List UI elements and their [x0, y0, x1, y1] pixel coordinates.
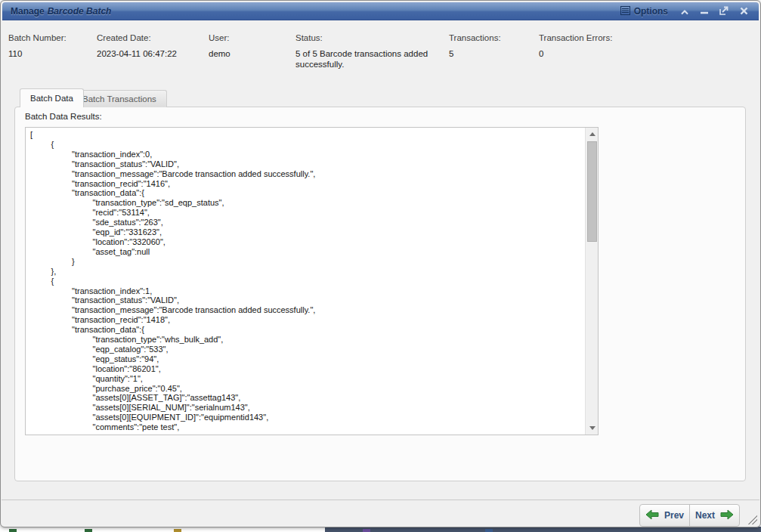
- field-value: 0: [539, 48, 612, 59]
- options-button[interactable]: Options: [616, 3, 673, 20]
- field-value: 110: [8, 48, 67, 59]
- prev-label: Prev: [664, 510, 684, 521]
- window-title-emphasis: Barcode Batch: [48, 6, 112, 17]
- background-fleck: [85, 529, 92, 532]
- field-value: 5 of 5 Barcode transactions added succes…: [295, 48, 439, 70]
- batch-data-results-textarea[interactable]: [ { "transaction_index":0, "transaction_…: [25, 127, 599, 435]
- field-user: User: demo: [209, 33, 230, 59]
- triangle-up-icon: [589, 132, 595, 136]
- field-batch-number: Batch Number: 110: [8, 33, 67, 59]
- background-fleck: [363, 529, 370, 532]
- field-label: Status:: [295, 33, 439, 42]
- field-created-date: Created Date: 2023-04-11 06:47:22: [97, 33, 177, 59]
- field-transactions: Transactions: 5: [449, 33, 501, 59]
- batch-data-json-text: [ { "transaction_index":0, "transaction_…: [26, 128, 585, 435]
- scrollbar-thumb[interactable]: [587, 141, 597, 242]
- background-dark-band: [325, 527, 761, 532]
- popout-button[interactable]: [716, 5, 732, 18]
- titlebar[interactable]: ManageBarcode Batch Options: [2, 2, 759, 20]
- triangle-down-icon: [589, 426, 595, 430]
- menu-grid-icon: [620, 5, 630, 18]
- field-label: Transaction Errors:: [539, 33, 612, 42]
- minus-icon: [700, 5, 709, 18]
- green-arrow-left-icon: [645, 509, 659, 522]
- scroll-down-button[interactable]: [586, 422, 599, 435]
- expand-icon: [719, 5, 729, 18]
- options-label: Options: [634, 6, 668, 17]
- scroll-up-button[interactable]: [586, 128, 599, 141]
- green-arrow-right-icon: [720, 509, 734, 522]
- resize-grip[interactable]: [748, 515, 757, 524]
- minimize-button[interactable]: [697, 5, 712, 18]
- field-transaction-errors: Transaction Errors: 0: [539, 33, 612, 59]
- background-fleck: [174, 529, 181, 532]
- next-button[interactable]: Next: [689, 505, 739, 526]
- field-label: Created Date:: [97, 33, 177, 42]
- window-title: ManageBarcode Batch: [11, 6, 111, 17]
- batch-data-results-label: Batch Data Results:: [25, 112, 102, 121]
- field-label: Transactions:: [449, 33, 501, 42]
- field-value: demo: [209, 48, 230, 59]
- chevron-up-icon: [680, 5, 689, 18]
- footer-divider: [2, 500, 759, 500]
- close-icon: [740, 5, 748, 18]
- background-fleck: [485, 529, 493, 532]
- vertical-scrollbar[interactable]: [585, 128, 598, 435]
- next-label: Next: [695, 510, 715, 521]
- background-fleck: [9, 529, 17, 532]
- tab-batch-data[interactable]: Batch Data: [20, 88, 84, 107]
- field-label: User:: [209, 33, 230, 42]
- manage-barcode-batch-window: ManageBarcode Batch Options: [0, 0, 761, 527]
- field-status: Status: 5 of 5 Barcode transactions adde…: [295, 33, 439, 70]
- field-value: 5: [449, 48, 501, 59]
- field-label: Batch Number:: [8, 33, 67, 42]
- pager-button-group: Prev Next: [639, 504, 740, 527]
- tab-batch-transactions[interactable]: Batch Transactions: [72, 90, 167, 107]
- field-value: 2023-04-11 06:47:22: [97, 48, 177, 59]
- close-button[interactable]: [736, 5, 751, 18]
- collapse-button[interactable]: [677, 5, 692, 18]
- prev-button[interactable]: Prev: [640, 505, 689, 526]
- batch-summary-header: Batch Number: 110 Created Date: 2023-04-…: [1, 21, 760, 82]
- window-title-prefix: Manage: [11, 6, 45, 17]
